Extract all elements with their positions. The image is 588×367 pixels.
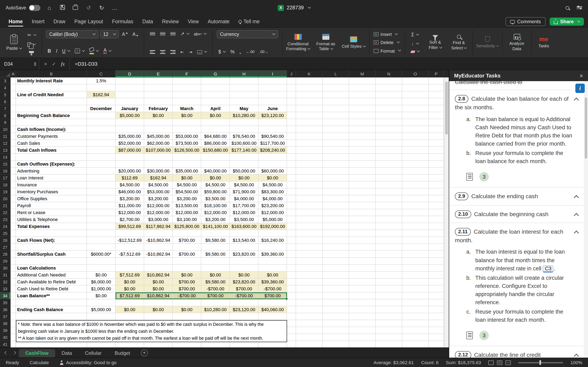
cell-G26[interactable]: $9,580.00 — [201, 237, 230, 244]
cell-A16[interactable] — [11, 167, 16, 175]
confirm-entry-icon[interactable]: ✓ — [52, 61, 56, 67]
cell-G12[interactable]: $86,000.00 — [201, 140, 230, 147]
cell-N27[interactable] — [376, 244, 402, 251]
column-header-N[interactable]: N — [376, 70, 402, 77]
cell-O11[interactable] — [402, 133, 429, 140]
cell-I20[interactable]: $4,000.00 — [259, 195, 287, 202]
cell-B31[interactable]: Additional Cash Needed — [16, 272, 87, 278]
cell-M8[interactable] — [349, 112, 376, 119]
cell-H8[interactable]: $10,280.00 — [230, 112, 259, 119]
cell-C13[interactable] — [87, 147, 116, 154]
cell-I19[interactable]: $83,300.00 — [259, 188, 287, 195]
increase-decimal-button[interactable]: ←.00 — [244, 49, 256, 55]
autosave-toggle[interactable]: AutoSave — [6, 5, 40, 11]
cell-C26[interactable] — [87, 237, 116, 244]
cell-E6[interactable] — [144, 98, 173, 105]
cell-D32[interactable]: $0.00 — [116, 278, 144, 285]
column-header-F[interactable]: F — [173, 70, 201, 77]
cell-O40[interactable] — [402, 334, 429, 341]
cell-D12[interactable]: $52,000.00 — [116, 140, 144, 147]
cell-O26[interactable] — [402, 237, 429, 244]
row-header-11[interactable]: 11 — [0, 133, 11, 140]
cell-J13[interactable] — [287, 147, 296, 154]
cell-H35[interactable] — [230, 299, 259, 306]
comma-style-button[interactable]: , — [238, 49, 242, 55]
row-header-8[interactable]: 8 — [0, 112, 11, 119]
tasks-panel-scrollbar-thumb[interactable] — [585, 98, 587, 159]
cell-P9[interactable] — [429, 119, 444, 126]
row-header-40[interactable]: 40 — [0, 334, 11, 341]
cell-G25[interactable] — [201, 230, 230, 237]
cell-O30[interactable] — [402, 265, 429, 272]
cell-O3[interactable] — [402, 77, 429, 84]
cell-H21[interactable]: $17,700.00 — [230, 202, 259, 209]
cell-P21[interactable] — [429, 202, 444, 209]
ribbon-tab-page-layout[interactable]: Page Layout — [70, 16, 107, 27]
cell-M38[interactable] — [349, 320, 376, 327]
cell-G28[interactable]: $9,580.00 — [201, 251, 230, 258]
cell-O10[interactable] — [402, 126, 429, 133]
notes-icon[interactable] — [466, 173, 473, 181]
cell-O5[interactable] — [402, 91, 429, 98]
column-header-P[interactable]: P — [429, 70, 444, 77]
cell-I15[interactable] — [259, 161, 287, 167]
cell-J35[interactable] — [287, 299, 296, 306]
cell-L29[interactable] — [323, 258, 349, 265]
row-header-20[interactable]: 20 — [0, 195, 11, 202]
cell-I14[interactable] — [259, 154, 287, 161]
cell-O39[interactable] — [402, 327, 429, 334]
cell-A26[interactable] — [11, 237, 16, 244]
cell-P4[interactable] — [429, 84, 444, 91]
cell-C17[interactable] — [87, 175, 116, 182]
cell-I13[interactable]: $208,240.00 — [259, 147, 287, 154]
cell-K37[interactable] — [296, 313, 323, 320]
cell-L7[interactable] — [323, 105, 349, 112]
cell-H36[interactable]: $23,120.00 — [230, 306, 259, 313]
cell-E10[interactable] — [144, 126, 173, 133]
cell-L26[interactable] — [323, 237, 349, 244]
cell-B15[interactable]: Cash Outflows (Expenses): — [16, 161, 87, 167]
cell-F13[interactable]: $126,500.00 — [173, 147, 201, 154]
cell-A6[interactable] — [11, 98, 16, 105]
cell-J5[interactable] — [287, 91, 296, 98]
row-header-33[interactable]: 33 — [0, 285, 11, 292]
cell-H27[interactable] — [230, 244, 259, 251]
cancel-entry-icon[interactable]: × — [44, 61, 47, 67]
row-header-18[interactable]: 18 — [0, 182, 11, 188]
cell-D17[interactable]: $112.69 — [116, 175, 144, 182]
cell-H13[interactable]: $177,140.00 — [230, 147, 259, 154]
cell-M23[interactable] — [349, 216, 376, 223]
font-name-select[interactable]: Calibri (Body) — [46, 30, 98, 38]
cell-L38[interactable] — [323, 320, 349, 327]
cell-I28[interactable]: $39,360.00 — [259, 251, 287, 258]
cell-N30[interactable] — [376, 265, 402, 272]
cell-H5[interactable] — [230, 91, 259, 98]
cell-O6[interactable] — [402, 98, 429, 105]
cell-K23[interactable] — [296, 216, 323, 223]
cell-K10[interactable] — [296, 126, 323, 133]
cell-F32[interactable]: $700.00 — [173, 278, 201, 285]
cell-C32[interactable]: $6,000.00 — [87, 278, 116, 285]
cell-E31[interactable]: $10,862.94 — [144, 272, 173, 278]
cell-F14[interactable] — [173, 154, 201, 161]
row-header-24[interactable]: 24 — [0, 223, 11, 230]
cell-F19[interactable]: $54,500.00 — [173, 188, 201, 195]
insert-function-icon[interactable]: fx — [61, 60, 65, 67]
cell-J23[interactable] — [287, 216, 296, 223]
cell-P11[interactable] — [429, 133, 444, 140]
cell-P38[interactable] — [429, 320, 444, 327]
cell-K17[interactable] — [296, 175, 323, 182]
row-header-9[interactable]: 9 — [0, 119, 11, 126]
cell-D15[interactable] — [116, 161, 144, 167]
cell-H20[interactable]: $4,000.00 — [230, 195, 259, 202]
cell-F16[interactable]: $35,000.00 — [173, 167, 201, 175]
cell-D11[interactable]: $35,000.00 — [116, 133, 144, 140]
cell-B17[interactable]: Loan Interest — [16, 175, 87, 182]
cell-J33[interactable] — [287, 285, 296, 292]
cell-N15[interactable] — [376, 161, 402, 167]
cell-O22[interactable] — [402, 209, 429, 216]
cell-E29[interactable] — [144, 258, 173, 265]
cell-G7[interactable]: April — [201, 105, 230, 112]
cell-O4[interactable] — [402, 84, 429, 91]
zoom-slider-thumb[interactable] — [539, 360, 541, 365]
